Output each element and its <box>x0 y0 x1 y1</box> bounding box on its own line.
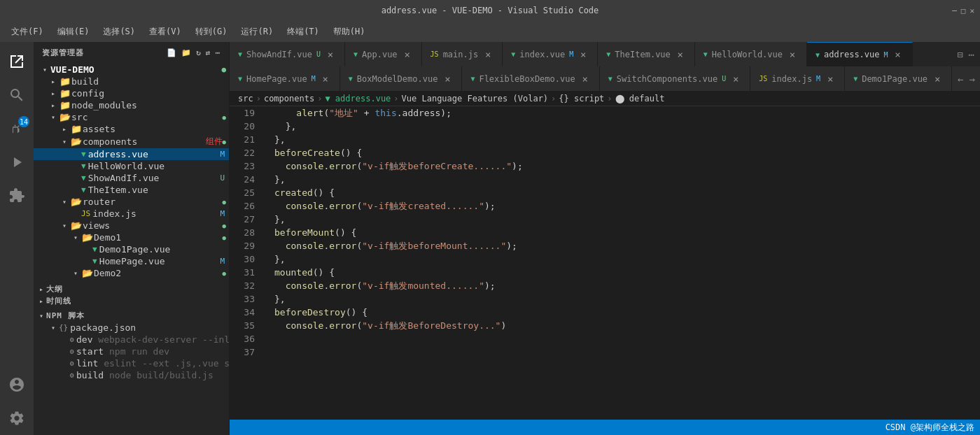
tab-demo1page[interactable]: ▼ Demo1Page.vue × <box>845 66 952 91</box>
nav-forward-icon[interactable]: → <box>969 73 975 85</box>
sidebar-item-demo2[interactable]: ▾ 📂 Demo2 ● <box>34 267 229 279</box>
sidebar-item-showandif-vue[interactable]: ▼ ShowAndIf.vue U <box>34 172 229 184</box>
breadcrumb-components[interactable]: components <box>264 94 314 104</box>
npm-scripts-section[interactable]: ▾ NPM 脚本 <box>34 310 229 322</box>
activity-search[interactable] <box>0 78 34 112</box>
router-dot: ● <box>223 199 226 206</box>
sidebar-item-packagejson[interactable]: ▾ {} package.json <box>34 322 229 334</box>
tab-address[interactable]: ▼ address.vue M × <box>807 42 913 66</box>
tab-helloworld[interactable]: ▼ HelloWorld.vue × <box>695 42 807 66</box>
activity-account[interactable] <box>0 368 34 401</box>
sidebar-item-homepage-vue[interactable]: ▼ HomePage.vue M <box>34 255 229 267</box>
sidebar-item-router[interactable]: ▾ 📂 router ● <box>34 196 229 208</box>
new-folder-icon[interactable]: 📁 <box>181 48 192 57</box>
code-content[interactable]: alert("地址" + this.address); }, }, before… <box>263 106 980 420</box>
breadcrumb-script[interactable]: {} script <box>559 94 604 104</box>
sidebar-item-src[interactable]: ▾ 📂 src ● <box>34 111 229 123</box>
vue-icon: ▼ <box>853 75 858 83</box>
tab-close-demo1page[interactable]: × <box>932 73 943 85</box>
chevron-down-icon: ▾ <box>70 269 81 277</box>
tab-boxmodel[interactable]: ▼ BoxModelDemo.vue × <box>340 66 463 91</box>
new-file-icon[interactable]: 📄 <box>167 48 177 57</box>
menu-run[interactable]: 运行(R) <box>235 24 279 39</box>
tab-showandif[interactable]: ▼ ShowAndIf.vue U × <box>230 42 345 66</box>
code-editor[interactable]: 19 20 21 22 23 24 25 26 27 28 29 30 31 3… <box>230 106 980 420</box>
sidebar-item-npm-dev[interactable]: ⚙ dev webpack-dev-server --inline --pro.… <box>34 334 229 345</box>
tab-close-boxmodel[interactable]: × <box>442 73 453 85</box>
maximize-icon[interactable]: □ <box>961 6 966 15</box>
menu-select[interactable]: 选择(S) <box>97 24 141 39</box>
sidebar-item-node-modules[interactable]: ▸ 📁 node_modules <box>34 99 229 111</box>
tab-close-switchcomp[interactable]: × <box>730 73 741 85</box>
sidebar-item-views[interactable]: ▾ 📂 views ● <box>34 220 229 231</box>
more-tabs-icon[interactable]: ⋯ <box>969 49 974 60</box>
outline-section[interactable]: ▸ 大纲 <box>34 283 229 295</box>
collapse-icon[interactable]: ⇄ <box>206 48 211 57</box>
menu-edit[interactable]: 编辑(E) <box>52 24 95 39</box>
sidebar-item-theitem-vue[interactable]: ▼ TheItem.vue <box>34 184 229 196</box>
window-controls[interactable]: ─ □ ✕ <box>952 6 974 15</box>
tab-indexvue[interactable]: ▼ index.vue M × <box>503 42 598 66</box>
tabs2-right-controls: ← → ⊟ ⋯ <box>952 73 980 85</box>
tab-close-showandif[interactable]: × <box>325 49 336 60</box>
tab-close-theitem[interactable]: × <box>675 49 686 60</box>
npm-lint-label: lint eslint --ext .js,.vue src <box>76 358 229 369</box>
menu-help[interactable]: 帮助(H) <box>328 24 371 39</box>
tab-close-address[interactable]: × <box>892 49 904 60</box>
breadcrumb-address-vue[interactable]: ▼ address.vue <box>325 94 391 104</box>
menu-goto[interactable]: 转到(G) <box>190 24 233 39</box>
tab-close-helloworld[interactable]: × <box>787 49 798 60</box>
tab-indexjs[interactable]: JS index.js M × <box>750 66 845 91</box>
watermark-text: CSDN @架构师全栈之路 <box>886 422 974 434</box>
activity-run[interactable] <box>0 145 34 179</box>
tab-mainjs[interactable]: JS main.js × <box>422 42 503 66</box>
address-vue-modified: M <box>220 150 225 159</box>
vue-file-icon: ▼ <box>81 150 86 159</box>
sidebar-item-demo1[interactable]: ▾ 📂 Demo1 ● <box>34 231 229 243</box>
menu-file[interactable]: 文件(F) <box>6 24 49 39</box>
menu-terminal[interactable]: 终端(T) <box>281 24 325 39</box>
tab-close-flexbox[interactable]: × <box>580 73 591 85</box>
refresh-icon[interactable]: ↻ <box>196 48 202 57</box>
tabs-row-1: ▼ ShowAndIf.vue U × ▼ App.vue × JS main.… <box>230 42 980 66</box>
split-editor-icon[interactable]: ⊟ <box>957 49 962 60</box>
close-icon[interactable]: ✕ <box>969 6 974 15</box>
menu-view[interactable]: 查看(V) <box>144 24 187 39</box>
minimize-icon[interactable]: ─ <box>952 6 957 15</box>
sidebar-item-build[interactable]: ▸ 📁 build <box>34 76 229 87</box>
sidebar-item-assets[interactable]: ▸ 📁 assets <box>34 123 229 135</box>
sidebar-item-address-vue[interactable]: ▼ address.vue M <box>34 148 229 160</box>
sidebar-item-components[interactable]: ▾ 📂 components 组件 ● <box>34 135 229 148</box>
nav-back-icon[interactable]: ← <box>958 73 963 85</box>
activity-source-control[interactable]: 14 <box>0 112 34 145</box>
project-root[interactable]: ▾ VUE-DEMO ● <box>34 64 229 76</box>
sidebar-item-npm-start[interactable]: ⚙ start npm run dev <box>34 345 229 357</box>
tab-close-indexjs[interactable]: × <box>825 73 836 85</box>
sidebar-item-config[interactable]: ▸ 📁 config <box>34 87 229 99</box>
tab-flexbox[interactable]: ▼ FlexibleBoxDemo.vue × <box>462 66 599 91</box>
vue-file-icon: ▼ <box>81 162 86 171</box>
activity-explorer[interactable] <box>0 45 34 78</box>
tab-close-homepage2[interactable]: × <box>320 73 331 85</box>
timeline-section[interactable]: ▸ 时间线 <box>34 295 229 307</box>
sidebar-item-npm-build[interactable]: ⚙ build node build/build.js <box>34 369 229 381</box>
activity-extensions[interactable] <box>0 179 34 213</box>
tab-close-app[interactable]: × <box>402 49 413 60</box>
tab-switchcomp[interactable]: ▼ SwitchComponents.vue U × <box>600 66 751 91</box>
sidebar-item-npm-lint[interactable]: ⚙ lint eslint --ext .js,.vue src <box>34 357 229 369</box>
sidebar-item-router-indexjs[interactable]: JS index.js M <box>34 208 229 220</box>
breadcrumb-src[interactable]: src <box>238 94 253 104</box>
tab-homepage2[interactable]: ▼ HomePage.vue M × <box>230 66 340 91</box>
sidebar-item-demo1page-vue[interactable]: ▼ Demo1Page.vue <box>34 243 229 255</box>
tab-theitem[interactable]: ▼ TheItem.vue × <box>598 42 695 66</box>
tab-close-mainjs[interactable]: × <box>482 49 493 60</box>
tab-close-indexvue[interactable]: × <box>578 49 589 60</box>
sidebar-item-helloworld-vue[interactable]: ▼ HelloWorld.vue <box>34 160 229 172</box>
more-icon[interactable]: ⋯ <box>215 48 220 57</box>
code-line-28: }, <box>274 213 980 226</box>
activity-settings[interactable] <box>0 401 34 435</box>
breadcrumb-volar[interactable]: Vue Language Features (Volar) <box>402 94 549 104</box>
file-label-homepage: HomePage.vue <box>99 256 220 266</box>
breadcrumb-default[interactable]: ⬤ default <box>615 94 665 104</box>
tab-app[interactable]: ▼ App.vue × <box>345 42 422 66</box>
